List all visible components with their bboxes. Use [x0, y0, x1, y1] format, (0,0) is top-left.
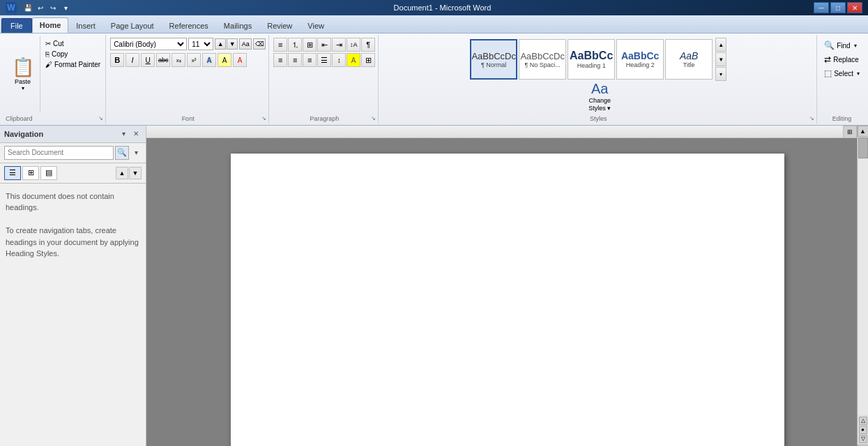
editing-group-label: Editing: [832, 115, 852, 122]
scroll-track[interactable]: [858, 137, 868, 415]
font-expand-button[interactable]: ↘: [260, 115, 267, 122]
align-left-button[interactable]: ≡: [273, 53, 287, 67]
undo-quick-btn[interactable]: ↩: [35, 2, 46, 13]
shading-button[interactable]: A: [347, 53, 360, 67]
find-button[interactable]: 🔍 Find ▾: [821, 39, 859, 52]
font-name-select[interactable]: Calibri (Body): [110, 38, 187, 50]
tab-view[interactable]: View: [300, 18, 332, 33]
navigation-dropdown-button[interactable]: ▾: [118, 128, 129, 140]
nav-results-view-button[interactable]: ▤: [40, 166, 57, 180]
styles-scroll-up-button[interactable]: ▲: [715, 38, 726, 52]
document-page[interactable]: [231, 154, 784, 446]
select-button[interactable]: ⬚ Select ▾: [821, 67, 862, 80]
strikethrough-button[interactable]: abc: [156, 53, 170, 67]
tab-insert[interactable]: Insert: [68, 18, 103, 33]
style-normal-item[interactable]: AaBbCcDc ¶ Normal: [470, 39, 517, 80]
cut-button[interactable]: ✂ Cut: [43, 39, 102, 48]
text-highlight-button[interactable]: A: [218, 53, 231, 67]
search-document-input[interactable]: [4, 146, 114, 160]
scroll-up-button[interactable]: ▲: [858, 126, 869, 137]
title-bar: W 💾 ↩ ↪ ▾ Document1 - Microsoft Word ─ □…: [0, 0, 868, 15]
text-effects-button[interactable]: A: [202, 53, 216, 67]
window-controls: ─ □ ✕: [814, 2, 862, 13]
show-formatting-button[interactable]: ¶: [361, 38, 375, 52]
save-quick-btn[interactable]: 💾: [22, 2, 33, 13]
underline-button[interactable]: U: [141, 53, 155, 67]
format-painter-button[interactable]: 🖌 Format Painter: [43, 60, 102, 69]
borders-button[interactable]: ⊞: [361, 53, 375, 67]
styles-scroll-down-button[interactable]: ▼: [715, 52, 726, 66]
minimize-button[interactable]: ─: [814, 2, 829, 13]
find-icon: 🔍: [824, 40, 835, 50]
style-title-item[interactable]: AaB Title: [665, 39, 713, 80]
styles-more-button[interactable]: ▾: [715, 67, 726, 81]
style-heading1-label: Heading 1: [577, 62, 606, 69]
paste-button[interactable]: 📋 Paste ▾: [6, 36, 40, 112]
clear-formatting-button[interactable]: ⌫: [253, 38, 266, 50]
decrease-font-size-button[interactable]: ▼: [227, 38, 238, 50]
superscript-button[interactable]: x²: [187, 53, 201, 67]
nav-prev-button[interactable]: ▲: [116, 167, 128, 179]
nav-pages-view-button[interactable]: ⊞: [22, 166, 39, 180]
clipboard-expand-button[interactable]: ↘: [97, 115, 104, 122]
scroll-extras: △ ● ▽: [858, 415, 869, 445]
redo-quick-btn[interactable]: ↪: [47, 2, 59, 13]
scroll-select-page-button[interactable]: ●: [859, 426, 867, 434]
paste-dropdown[interactable]: ▾: [22, 85, 24, 91]
font-color-button[interactable]: A: [233, 53, 247, 67]
decrease-indent-button[interactable]: ⇤: [317, 38, 331, 52]
format-painter-icon: 🖌: [45, 61, 52, 68]
style-heading2-item[interactable]: AaBbCc Heading 2: [616, 39, 664, 80]
justify-button[interactable]: ☰: [317, 53, 331, 67]
style-title-label: Title: [683, 61, 695, 68]
scroll-thumb[interactable]: [858, 137, 868, 158]
tab-page-layout[interactable]: Page Layout: [103, 18, 162, 33]
document-area[interactable]: ▲ △ ● ▽ ▼ ⊞: [146, 126, 868, 446]
search-options-button[interactable]: ▾: [130, 147, 142, 158]
maximize-button[interactable]: □: [830, 2, 846, 13]
sort-button[interactable]: ↕A: [347, 38, 360, 52]
nav-headings-view-button[interactable]: ☰: [4, 166, 21, 180]
scroll-prev-page-button[interactable]: △: [859, 417, 867, 425]
doc-properties-button[interactable]: ⊞: [843, 126, 857, 138]
align-center-button[interactable]: ≡: [288, 53, 302, 67]
style-no-spacing-item[interactable]: AaBbCcDc ¶ No Spaci...: [519, 39, 566, 80]
navigation-close-button[interactable]: ✕: [130, 128, 142, 140]
increase-indent-button[interactable]: ⇥: [332, 38, 346, 52]
subscript-button[interactable]: x₂: [172, 53, 185, 67]
tab-review[interactable]: Review: [259, 18, 300, 33]
scroll-next-page-button[interactable]: ▽: [859, 435, 867, 443]
replace-button[interactable]: ⇄ Replace: [821, 53, 862, 66]
numbering-button[interactable]: ⒈: [288, 38, 302, 52]
doc-properties-icon: ⊞: [847, 128, 853, 135]
font-size-select[interactable]: 11: [188, 38, 213, 50]
tab-references[interactable]: References: [162, 18, 216, 33]
multilevel-list-button[interactable]: ⊞: [303, 38, 317, 52]
paragraph-group: ≡ ⒈ ⊞ ⇤ ⇥ ↕A ¶ ≡ ≡ ≡ ☰ ↕ A ⊞ Paragraph ↘: [271, 35, 379, 124]
tab-mailings[interactable]: Mailings: [216, 18, 259, 33]
increase-font-size-button[interactable]: ▲: [215, 38, 226, 50]
styles-expand-button[interactable]: ↘: [808, 115, 815, 122]
bold-button[interactable]: B: [110, 53, 124, 67]
nav-next-button[interactable]: ▼: [129, 167, 142, 179]
navigation-content: This document does not contain headings.…: [0, 184, 146, 267]
italic-button[interactable]: I: [125, 53, 139, 67]
change-styles-button[interactable]: Aa ChangeStyles ▾: [580, 81, 619, 112]
style-heading1-item[interactable]: AaBbCc Heading 1: [568, 39, 615, 80]
align-right-button[interactable]: ≡: [303, 53, 317, 67]
clipboard-group: 📋 Paste ▾ ✂ Cut ⎘ Copy 🖌 Format Painter …: [3, 35, 106, 124]
copy-button[interactable]: ⎘ Copy: [43, 50, 102, 59]
bullets-button[interactable]: ≡: [273, 38, 287, 52]
search-document-button[interactable]: 🔍: [115, 146, 129, 160]
tab-home[interactable]: Home: [32, 17, 69, 33]
change-case-button[interactable]: Aa: [239, 38, 252, 50]
close-button[interactable]: ✕: [847, 2, 862, 13]
vertical-scrollbar[interactable]: ▲ △ ● ▽ ▼: [857, 126, 868, 446]
customize-quick-btn[interactable]: ▾: [60, 2, 71, 13]
tab-file[interactable]: File: [1, 18, 32, 33]
document-page-wrapper: [231, 154, 784, 428]
change-styles-label: ChangeStyles ▾: [588, 97, 611, 112]
line-spacing-button[interactable]: ↕: [332, 53, 346, 67]
paragraph-expand-button[interactable]: ↘: [370, 115, 376, 122]
styles-scroll-controls: ▲ ▼ ▾: [715, 38, 726, 81]
